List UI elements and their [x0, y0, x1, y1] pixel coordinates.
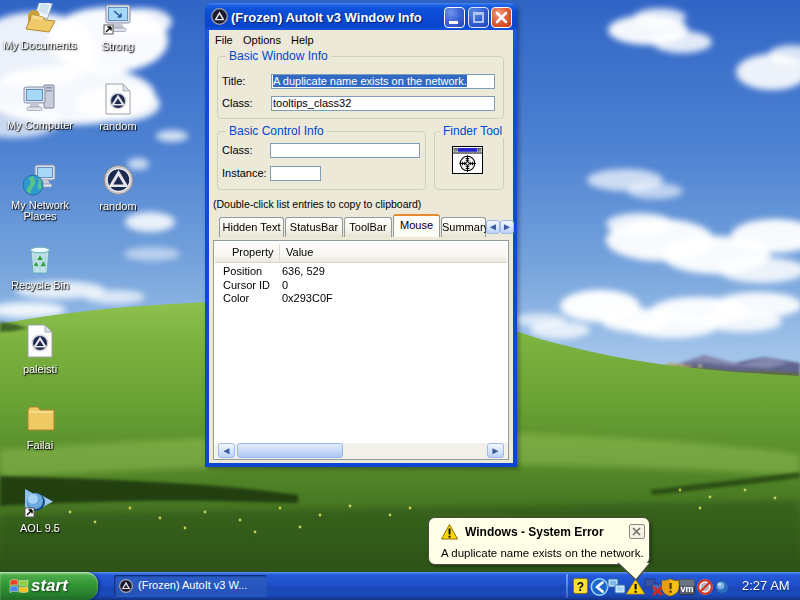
svg-text:?: ?: [577, 580, 584, 594]
svg-text:vm: vm: [680, 584, 693, 594]
